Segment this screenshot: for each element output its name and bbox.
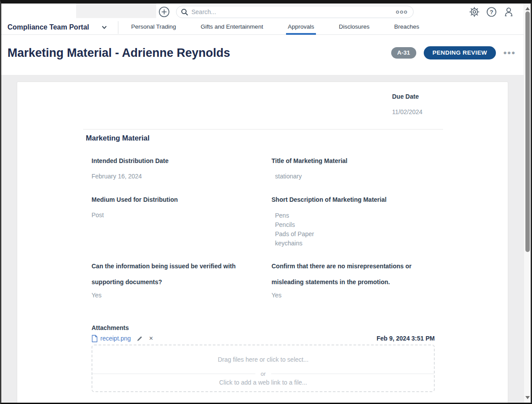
top-utility-bar: ooo [1, 4, 531, 20]
record-id-badge: A-31 [391, 47, 416, 59]
x-icon[interactable]: ✕ [149, 335, 153, 341]
tab-gifts-and-entertainment[interactable]: Gifts and Entertainment [199, 20, 265, 35]
portal-name: Compliance Team Portal [7, 23, 89, 31]
field-misrepresentation-question: Confirm that there are no misrepresentat… [272, 258, 413, 300]
field-value-line: keychains [275, 239, 386, 248]
due-date-label: Due Date [392, 93, 422, 101]
search-bar[interactable]: ooo [176, 6, 414, 18]
scroll-up-arrow-icon[interactable] [525, 7, 530, 10]
field-label: Can the information being issued be veri… [92, 258, 239, 290]
gear-icon[interactable] [469, 7, 480, 17]
field-label: Medium Used for Distribution [92, 196, 178, 204]
page-header: Marketing Material - Adrienne Reynolds A… [1, 35, 531, 75]
field-value: stationary [272, 172, 347, 181]
field-value: February 16, 2024 [92, 172, 169, 181]
field-value: Yes [92, 291, 239, 300]
field-verified-question: Can the information being issued be veri… [92, 258, 239, 300]
portal-switcher[interactable]: Compliance Team Portal [7, 20, 108, 34]
file-drop-area[interactable]: Drag files here or click to select... [92, 345, 434, 374]
help-icon[interactable]: ? [486, 7, 497, 17]
nav-divider [118, 21, 118, 34]
due-date-field: Due Date 11/02/2024 [392, 93, 422, 116]
section-divider [83, 129, 443, 130]
toolbar-blank-region [76, 4, 156, 18]
form-card: Due Date 11/02/2024 Marketing Material I… [17, 82, 508, 404]
attachments-label: Attachments [92, 324, 129, 332]
field-value: Yes [272, 291, 413, 300]
scroll-down-arrow-icon[interactable] [525, 396, 530, 399]
attachment-row: receipt.png ✕ Feb 9, 2024 3:51 PM [92, 334, 435, 343]
tab-disclosures[interactable]: Disclosures [337, 20, 371, 35]
field-label: Intended Distribution Date [92, 157, 169, 165]
scrollbar-thumb[interactable] [525, 11, 530, 252]
or-text: or [255, 371, 271, 377]
due-date-value: 11/02/2024 [392, 107, 422, 116]
page-title: Marketing Material - Adrienne Reynolds [7, 46, 230, 60]
content-area: Due Date 11/02/2024 Marketing Material I… [1, 75, 531, 403]
more-menu-icon[interactable]: ••• [503, 46, 516, 59]
field-value: Post [92, 211, 178, 219]
document-icon [92, 335, 98, 342]
attachment-timestamp: Feb 9, 2024 3:51 PM [377, 335, 435, 342]
section-title: Marketing Material [86, 134, 150, 142]
pencil-icon[interactable] [137, 336, 143, 341]
field-title-of-marketing-material: Title of Marketing Material stationary [272, 157, 347, 181]
attachment-file-link[interactable]: receipt.png [92, 335, 131, 342]
svg-text:?: ? [490, 9, 493, 15]
field-value-line: Pads of Paper [275, 230, 386, 239]
field-value-line: Pencils [275, 220, 386, 230]
person-icon[interactable] [503, 7, 514, 17]
field-label: Short Description of Marketing Material [272, 196, 386, 204]
attachment-file-name: receipt.png [100, 335, 131, 342]
tab-approvals[interactable]: Approvals [286, 20, 316, 35]
plus-circle-icon [158, 6, 170, 18]
app-window: ooo [0, 0, 532, 404]
search-input[interactable] [191, 8, 396, 15]
field-medium-used: Medium Used for Distribution Post [92, 196, 178, 219]
field-label: Confirm that there are no misrepresentat… [272, 258, 413, 290]
status-button[interactable]: PENDING REVIEW [424, 46, 496, 59]
search-icon [181, 8, 188, 16]
field-label: Title of Marketing Material [272, 157, 347, 165]
tab-personal-trading[interactable]: Personal Trading [129, 20, 178, 35]
search-options-icon[interactable]: ooo [396, 9, 408, 15]
field-short-description: Short Description of Marketing Material … [272, 196, 386, 248]
drop-area-text: Drag files here or click to select... [218, 356, 308, 363]
attachment-dropzone: Drag files here or click to select... or… [92, 345, 435, 392]
vertical-scrollbar[interactable] [524, 4, 531, 403]
web-link-text: Click to add a web link to a file... [219, 379, 307, 386]
add-button[interactable] [158, 6, 170, 18]
chevron-down-icon [101, 24, 108, 31]
tab-bar: Personal Trading Gifts and Entertainment… [129, 20, 421, 35]
tab-breaches[interactable]: Breaches [393, 20, 421, 35]
field-value-line: Pens [275, 211, 386, 220]
field-intended-distribution-date: Intended Distribution Date February 16, … [92, 157, 169, 181]
nav-row: Compliance Team Portal Personal Trading … [1, 20, 531, 35]
